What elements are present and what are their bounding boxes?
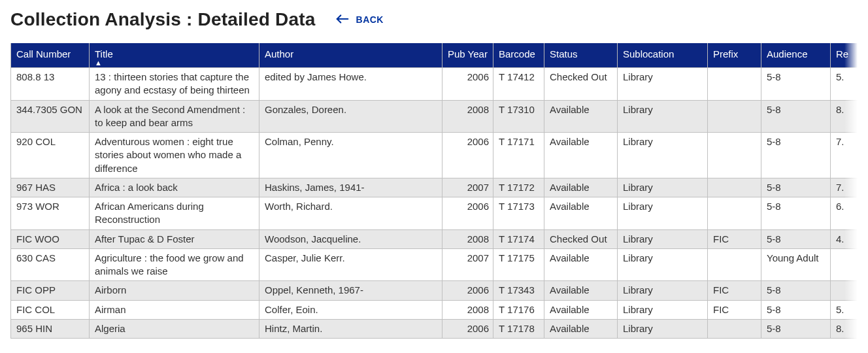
cell-call_number: 808.8 13 [11,68,90,101]
column-header-call_number[interactable]: Call Number [11,43,90,68]
cell-title: A look at the Second Amendment : to keep… [90,100,259,133]
cell-audience: 5-8 [761,300,831,319]
cell-status: Checked Out [544,68,618,101]
cell-call_number: FIC OPP [11,281,90,300]
cell-prefix [708,178,761,197]
cell-author: Gonzales, Doreen. [259,100,442,133]
cell-call_number: 965 HIN [11,319,90,338]
table-row[interactable]: 808.8 1313 : thirteen stories that captu… [11,68,858,101]
cell-author: Casper, Julie Kerr. [259,248,442,281]
cell-pub_year: 2008 [442,229,493,248]
column-header-sublocation[interactable]: Sublocation [618,43,708,68]
column-header-label: Pub Year [448,48,488,59]
cell-author: Hintz, Martin. [259,319,442,338]
table-row[interactable]: 965 HINAlgeriaHintz, Martin.2006T 17178A… [11,319,858,338]
cell-sublocation: Library [618,319,708,338]
column-header-re[interactable]: Re [831,43,858,68]
column-header-author[interactable]: Author [259,43,442,68]
cell-title: Adventurous women : eight true stories a… [90,133,259,178]
cell-call_number: 967 HAS [11,178,90,197]
back-button[interactable]: BACK [335,12,384,28]
cell-call_number: 630 CAS [11,248,90,281]
cell-audience: 5-8 [761,133,831,178]
cell-audience: 5-8 [761,178,831,197]
cell-author: Worth, Richard. [259,197,442,230]
table-row[interactable]: 630 CASAgriculture : the food we grow an… [11,248,858,281]
cell-sublocation: Library [618,300,708,319]
column-header-audience[interactable]: Audience [761,43,831,68]
cell-status: Available [544,178,618,197]
cell-barcode: T 17175 [493,248,544,281]
cell-prefix: FIC [708,229,761,248]
cell-prefix [708,100,761,133]
cell-pub_year: 2006 [442,68,493,101]
cell-call_number: 920 COL [11,133,90,178]
cell-call_number: 973 WOR [11,197,90,230]
cell-audience: Young Adult [761,248,831,281]
column-header-pub_year[interactable]: Pub Year [442,43,493,68]
cell-prefix [708,68,761,101]
cell-title: Airborn [90,281,259,300]
table-row[interactable]: 344.7305 GONA look at the Second Amendme… [11,100,858,133]
cell-sublocation: Library [618,178,708,197]
cell-call_number: FIC COL [11,300,90,319]
cell-call_number: 344.7305 GON [11,100,90,133]
cell-status: Available [544,319,618,338]
cell-sublocation: Library [618,197,708,230]
cell-pub_year: 2007 [442,248,493,281]
cell-pub_year: 2006 [442,319,493,338]
column-header-label: Barcode [499,48,535,59]
column-header-label: Audience [767,48,808,59]
cell-pub_year: 2006 [442,197,493,230]
cell-prefix [708,248,761,281]
column-header-label: Call Number [16,48,71,59]
table-row[interactable]: FIC OPPAirbornOppel, Kenneth, 1967-2006T… [11,281,858,300]
cell-title: Airman [90,300,259,319]
cell-prefix: FIC [708,300,761,319]
cell-audience: 5-8 [761,281,831,300]
cell-re: 4. [831,229,858,248]
cell-audience: 5-8 [761,319,831,338]
cell-status: Available [544,300,618,319]
cell-status: Available [544,133,618,178]
cell-audience: 5-8 [761,68,831,101]
cell-call_number: FIC WOO [11,229,90,248]
cell-barcode: T 17171 [493,133,544,178]
cell-audience: 5-8 [761,100,831,133]
cell-re [831,281,858,300]
cell-prefix: FIC [708,281,761,300]
cell-sublocation: Library [618,100,708,133]
cell-prefix [708,133,761,178]
table-row[interactable]: FIC WOOAfter Tupac & D FosterWoodson, Ja… [11,229,858,248]
cell-status: Available [544,248,618,281]
cell-re: 5. [831,300,858,319]
cell-barcode: T 17174 [493,229,544,248]
cell-pub_year: 2008 [442,100,493,133]
cell-title: 13 : thirteen stories that capture the a… [90,68,259,101]
cell-title: African Americans during Reconstruction [90,197,259,230]
cell-pub_year: 2006 [442,133,493,178]
cell-barcode: T 17176 [493,300,544,319]
column-header-prefix[interactable]: Prefix [708,43,761,68]
back-label: BACK [356,14,384,25]
page-title: Collection Analysis : Detailed Data [10,9,316,30]
cell-title: After Tupac & D Foster [90,229,259,248]
back-arrow-icon [335,12,350,28]
table-row[interactable]: FIC COLAirmanColfer, Eoin.2008T 17176Ava… [11,300,858,319]
cell-author: Woodson, Jacqueline. [259,229,442,248]
cell-sublocation: Library [618,68,708,101]
table-row[interactable]: 973 WORAfrican Americans during Reconstr… [11,197,858,230]
data-table: Call NumberTitle▲AuthorPub YearBarcodeSt… [10,43,858,339]
column-header-barcode[interactable]: Barcode [493,43,544,68]
cell-audience: 5-8 [761,197,831,230]
column-header-title[interactable]: Title▲ [90,43,259,68]
column-header-status[interactable]: Status [544,43,618,68]
table-row[interactable]: 967 HASAfrica : a look backHaskins, Jame… [11,178,858,197]
table-row[interactable]: 920 COLAdventurous women : eight true st… [11,133,858,178]
cell-prefix [708,319,761,338]
cell-title: Africa : a look back [90,178,259,197]
cell-barcode: T 17178 [493,319,544,338]
cell-author: Colman, Penny. [259,133,442,178]
cell-title: Algeria [90,319,259,338]
cell-audience: 5-8 [761,229,831,248]
